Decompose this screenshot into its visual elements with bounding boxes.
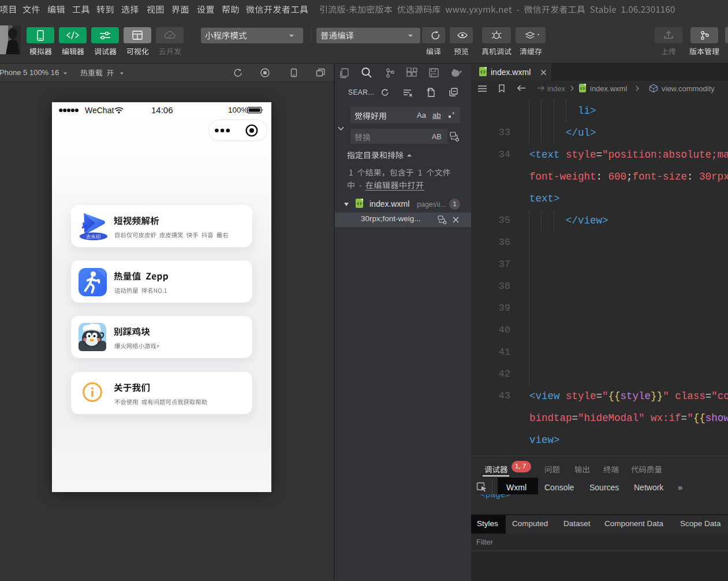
svg-text:*: * — [452, 111, 455, 118]
